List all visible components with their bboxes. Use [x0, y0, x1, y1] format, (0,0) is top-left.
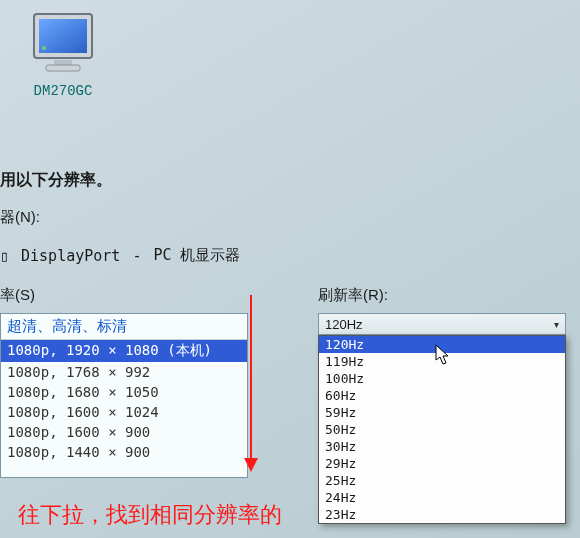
refresh-dropdown-list[interactable]: 120Hz119Hz100Hz60Hz59Hz50Hz30Hz29Hz25Hz2…: [318, 335, 566, 524]
svg-point-5: [42, 46, 46, 50]
monitor-icon: [28, 8, 98, 78]
refresh-option[interactable]: 30Hz: [319, 438, 565, 455]
chevron-down-icon: ▾: [554, 319, 559, 330]
svg-rect-2: [39, 19, 87, 53]
annotation-arrow-icon: [250, 295, 252, 470]
use-resolution-heading: 用以下分辨率。: [0, 170, 112, 191]
refresh-selected-value: 120Hz: [325, 317, 363, 332]
resolution-option[interactable]: 1080p, 1920 × 1080 (本机): [1, 340, 247, 362]
connector-row: ▯ DisplayPort - PC 机显示器: [0, 246, 241, 265]
resolution-option[interactable]: 1080p, 1680 × 1050: [1, 382, 247, 402]
refresh-option[interactable]: 120Hz: [319, 336, 565, 353]
resolution-option[interactable]: 1080p, 1600 × 900: [1, 422, 247, 442]
refresh-option[interactable]: 24Hz: [319, 489, 565, 506]
refresh-option[interactable]: 60Hz: [319, 387, 565, 404]
rate-label: 率(S): [0, 286, 35, 305]
desktop-monitor-icon[interactable]: DM270GC: [18, 8, 108, 99]
connector-bullet: ▯: [0, 247, 9, 265]
resolution-list-header: 超清、高清、标清: [1, 314, 247, 340]
monitor-label: 器(N):: [0, 208, 40, 227]
refresh-option[interactable]: 29Hz: [319, 455, 565, 472]
refresh-option[interactable]: 59Hz: [319, 404, 565, 421]
refresh-option[interactable]: 100Hz: [319, 370, 565, 387]
svg-rect-3: [54, 60, 72, 65]
refresh-label: 刷新率(R):: [318, 286, 388, 305]
resolution-option[interactable]: 1080p, 1768 × 992: [1, 362, 247, 382]
resolution-option[interactable]: 1080p, 1600 × 1024: [1, 402, 247, 422]
svg-rect-4: [46, 65, 80, 71]
connector-device: PC 机显示器: [153, 246, 240, 265]
refresh-option[interactable]: 119Hz: [319, 353, 565, 370]
connector-port: DisplayPort: [21, 247, 120, 265]
annotation-text: 往下拉，找到相同分辨率的: [18, 500, 282, 530]
refresh-option[interactable]: 25Hz: [319, 472, 565, 489]
refresh-option[interactable]: 50Hz: [319, 421, 565, 438]
connector-dash: -: [132, 247, 141, 265]
resolution-listbox[interactable]: 超清、高清、标清 1080p, 1920 × 1080 (本机)1080p, 1…: [0, 313, 248, 478]
refresh-dropdown[interactable]: 120Hz ▾: [318, 313, 566, 335]
desktop-icon-label: DM270GC: [18, 83, 108, 99]
resolution-option[interactable]: 1080p, 1440 × 900: [1, 442, 247, 462]
refresh-option[interactable]: 23Hz: [319, 506, 565, 523]
